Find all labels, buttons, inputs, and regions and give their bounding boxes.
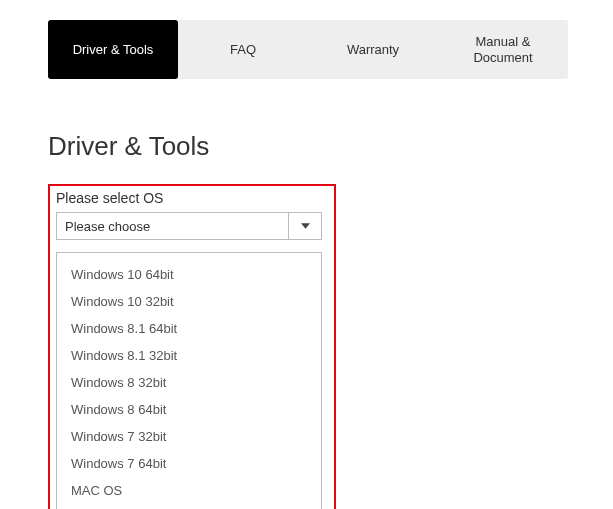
os-dropdown: Windows 10 64bit Windows 10 32bit Window… <box>56 252 322 509</box>
os-option[interactable]: Windows 7 64bit <box>57 450 321 477</box>
os-select[interactable]: Please choose <box>56 212 322 240</box>
tab-manual-document[interactable]: Manual &Document <box>438 20 568 79</box>
tab-manual-document-label: Manual &Document <box>473 34 532 65</box>
os-option[interactable]: Windows 8.1 64bit <box>57 315 321 342</box>
tab-faq[interactable]: FAQ <box>178 20 308 79</box>
os-option[interactable]: Windows 7 32bit <box>57 423 321 450</box>
os-option[interactable]: Windows 10 64bit <box>57 261 321 288</box>
chevron-down-icon <box>288 212 322 240</box>
os-option[interactable]: Windows 8 32bit <box>57 369 321 396</box>
os-option[interactable]: Windows 8.1 32bit <box>57 342 321 369</box>
os-option[interactable]: Windows 8 64bit <box>57 396 321 423</box>
os-select-highlight: Please select OS Please choose Windows 1… <box>48 184 336 509</box>
os-select-label: Please select OS <box>56 190 328 206</box>
tab-bar: Driver & Tools FAQ Warranty Manual &Docu… <box>48 20 568 79</box>
os-option[interactable]: Others <box>57 504 321 509</box>
page-title: Driver & Tools <box>48 131 613 162</box>
os-select-value: Please choose <box>56 212 288 240</box>
tab-driver-tools[interactable]: Driver & Tools <box>48 20 178 79</box>
tab-warranty[interactable]: Warranty <box>308 20 438 79</box>
os-option[interactable]: Windows 10 32bit <box>57 288 321 315</box>
os-option[interactable]: MAC OS <box>57 477 321 504</box>
